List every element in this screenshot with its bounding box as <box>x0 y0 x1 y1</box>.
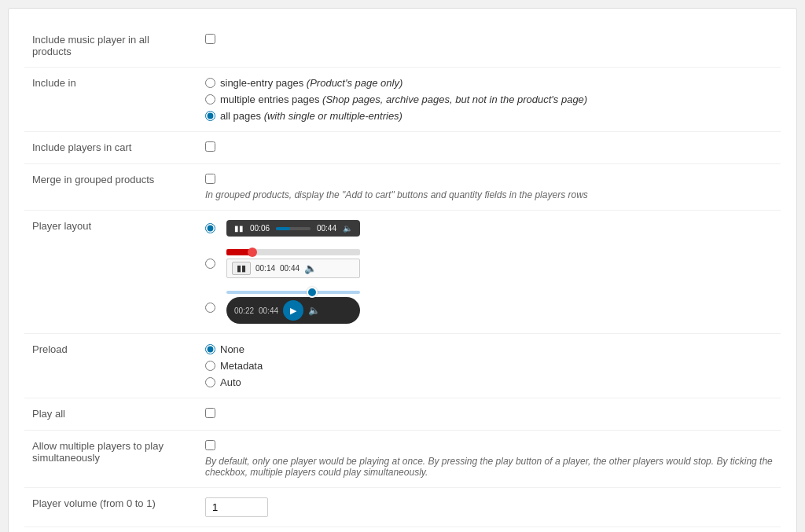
control-include-music-player <box>197 24 781 68</box>
volume-icon-1: 🔈 <box>343 224 352 233</box>
settings-page: Include music player in all products Inc… <box>8 8 797 532</box>
radio-item-metadata: Metadata <box>205 360 773 372</box>
progress-fill-1 <box>276 227 290 230</box>
label-merge-grouped: Merge in grouped products <box>24 164 197 211</box>
progress-bar-1 <box>276 227 311 230</box>
hint-merge-grouped: In grouped products, display the "Add to… <box>205 189 773 200</box>
row-include-music-player: Include music player in all products <box>24 24 781 68</box>
radio-item-all-pages: all pages (with single or multiple-entri… <box>205 110 773 122</box>
player-layout-options: ▮▮ 00:06 00:44 🔈 <box>205 220 773 324</box>
radio-multiple-entries[interactable] <box>205 94 215 105</box>
volume-icon-2: 🔈 <box>304 262 317 274</box>
hint-allow-multiple: By default, only one player would be pla… <box>205 456 773 478</box>
label-player-volume: Player volume (from 0 to 1) <box>24 488 197 527</box>
checkbox-play-all[interactable] <box>205 408 215 418</box>
radio-preload-auto[interactable] <box>205 377 215 387</box>
radio-layout-1[interactable] <box>205 223 215 233</box>
label-preload: Preload <box>24 334 197 398</box>
row-player-controls: Player controls the play/pause button on… <box>24 527 781 533</box>
row-include-players-in-cart: Include players in cart <box>24 132 781 164</box>
control-allow-multiple: By default, only one player would be pla… <box>197 431 781 488</box>
settings-table: Include music player in all products Inc… <box>24 24 781 532</box>
radio-item-auto: Auto <box>205 376 773 388</box>
radio-item-single-entry: single-entry pages (Product's page only) <box>205 77 773 89</box>
label-player-controls: Player controls <box>24 527 197 533</box>
label-single-entry[interactable]: single-entry pages (Product's page only) <box>220 77 402 89</box>
control-merge-grouped: In grouped products, display the "Add to… <box>197 164 781 211</box>
time-elapsed-3: 00:22 <box>234 306 254 315</box>
row-player-volume: Player volume (from 0 to 1) <box>24 488 781 527</box>
label-include-in: Include in <box>24 68 197 132</box>
play-btn-3: ▶ <box>283 300 303 321</box>
label-preload-auto[interactable]: Auto <box>220 376 241 388</box>
label-preload-none[interactable]: None <box>220 343 244 355</box>
time-elapsed-1: 00:06 <box>250 224 270 233</box>
volume-icon-3: 🔈 <box>308 305 320 316</box>
row-merge-grouped: Merge in grouped products In grouped pro… <box>24 164 781 211</box>
radio-preload-none[interactable] <box>205 344 215 354</box>
player-layout-option-2: ▮▮ 00:14 00:44 🔈 <box>205 249 773 278</box>
checkbox-include-players-cart[interactable] <box>205 141 215 152</box>
checkbox-include-music-player[interactable] <box>205 34 215 44</box>
progress-bar-3 <box>226 291 360 294</box>
player-preview-2: ▮▮ 00:14 00:44 🔈 <box>226 249 360 278</box>
label-multiple-entries[interactable]: multiple entries pages (Shop pages, arch… <box>220 94 587 105</box>
radio-item-multiple-entries: multiple entries pages (Shop pages, arch… <box>205 94 773 105</box>
radio-item-none: None <box>205 343 773 355</box>
row-preload: Preload None Metadata <box>24 334 781 398</box>
player-preview-1: ▮▮ 00:06 00:44 🔈 <box>226 220 360 237</box>
label-preload-metadata[interactable]: Metadata <box>220 360 263 372</box>
radio-layout-2[interactable] <box>205 259 215 269</box>
label-all-pages[interactable]: all pages (with single or multiple-entri… <box>220 110 402 122</box>
player-layout-option-1: ▮▮ 00:06 00:44 🔈 <box>205 220 773 237</box>
radio-all-pages[interactable] <box>205 111 215 121</box>
progress-handle-3 <box>307 287 318 298</box>
radio-layout-3[interactable] <box>205 303 215 313</box>
controls-row-2: ▮▮ 00:14 00:44 🔈 <box>226 259 360 278</box>
time-total-2: 00:44 <box>280 264 300 273</box>
control-player-volume <box>197 488 781 527</box>
label-player-layout: Player layout <box>24 211 197 334</box>
label-play-all: Play all <box>24 398 197 431</box>
control-include-players-in-cart <box>197 132 781 164</box>
control-play-all <box>197 398 781 431</box>
radio-preload-metadata[interactable] <box>205 361 215 371</box>
player-preview-3: 00:22 00:44 ▶ 🔈 <box>226 291 360 324</box>
time-total-3: 00:44 <box>259 306 278 315</box>
progress-bar-2 <box>226 249 360 255</box>
player-layout-option-3: 00:22 00:44 ▶ 🔈 <box>205 291 773 324</box>
row-player-layout: Player layout ▮▮ 00:06 <box>24 211 781 334</box>
pause-btn-1: ▮▮ <box>234 224 244 233</box>
input-player-volume[interactable] <box>205 497 268 517</box>
row-include-in: Include in single-entry pages (Product's… <box>24 68 781 132</box>
control-preload: None Metadata Auto <box>197 334 781 398</box>
radio-group-include-in: single-entry pages (Product's page only)… <box>205 77 773 122</box>
time-elapsed-2: 00:14 <box>255 264 275 273</box>
control-player-layout: ▮▮ 00:06 00:44 🔈 <box>197 211 781 334</box>
label-include-players-in-cart: Include players in cart <box>24 132 197 164</box>
control-include-in: single-entry pages (Product's page only)… <box>197 68 781 132</box>
label-allow-multiple: Allow multiple players to play simultane… <box>24 431 197 488</box>
control-player-controls: the play/pause button only all controls … <box>197 527 781 533</box>
checkbox-allow-multiple[interactable] <box>205 440 215 450</box>
controls-row-3: 00:22 00:44 ▶ 🔈 <box>226 297 360 324</box>
time-total-1: 00:44 <box>317 224 336 233</box>
progress-handle-2 <box>248 248 257 257</box>
checkbox-merge-grouped[interactable] <box>205 174 215 184</box>
row-play-all: Play all <box>24 398 781 431</box>
radio-group-preload: None Metadata Auto <box>205 343 773 388</box>
label-include-music-player: Include music player in all products <box>24 24 197 68</box>
radio-single-entry[interactable] <box>205 78 215 88</box>
pause-btn-2: ▮▮ <box>232 262 251 275</box>
row-allow-multiple: Allow multiple players to play simultane… <box>24 431 781 488</box>
